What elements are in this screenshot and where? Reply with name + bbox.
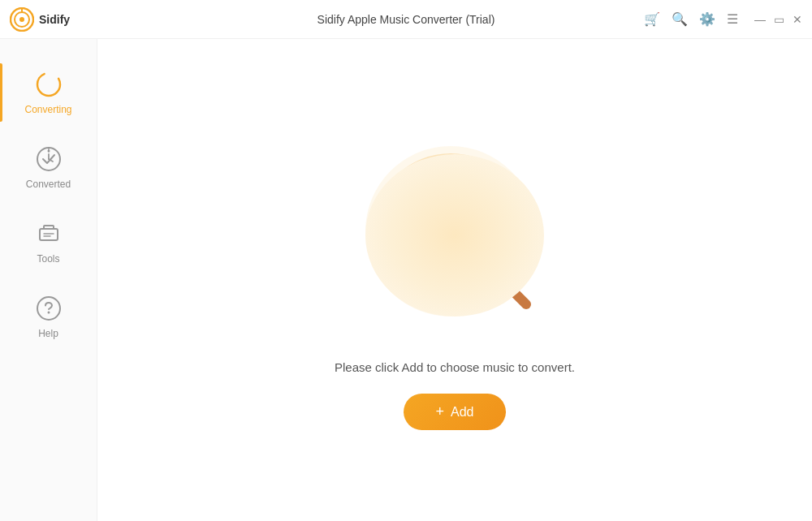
svg-rect-11 <box>44 226 54 229</box>
logo-text: Sidify <box>39 13 70 26</box>
minimize-button[interactable]: — <box>754 13 766 26</box>
sidebar-item-converting[interactable]: Converting <box>0 55 97 130</box>
help-label: Help <box>38 328 58 339</box>
glow-bg <box>365 154 544 316</box>
svg-point-4 <box>37 73 60 96</box>
prompt-text: Please click Add to choose music to conv… <box>335 360 575 374</box>
close-button[interactable]: ✕ <box>793 13 802 26</box>
sidify-logo-icon <box>10 7 34 32</box>
converting-icon <box>34 70 63 99</box>
sidebar-item-tools[interactable]: Tools <box>0 205 97 279</box>
tools-label: Tools <box>37 253 59 265</box>
cart-icon[interactable]: 🛒 <box>644 11 660 27</box>
converted-icon <box>34 144 63 174</box>
menu-icon[interactable]: ☰ <box>727 11 738 27</box>
content-area: ♪ ♩ ♪ ♫ + + + + Please click Add to choo… <box>97 39 812 521</box>
add-button[interactable]: + Add <box>404 394 507 430</box>
title-bar-controls: 🛒 🔍 ⚙️ ☰ — ▭ ✕ <box>705 11 802 27</box>
sidebar-item-help[interactable]: Help <box>0 279 97 354</box>
converted-label: Converted <box>26 179 71 190</box>
converting-label: Converting <box>24 104 71 115</box>
sidebar-item-converted[interactable]: Converted <box>0 130 97 205</box>
app-logo: Sidify <box>10 7 107 32</box>
title-bar: Sidify Sidify Apple Music Converter (Tri… <box>0 0 812 39</box>
svg-point-15 <box>47 312 50 314</box>
illustration: ♪ ♩ ♪ ♫ + + + + <box>341 130 568 341</box>
help-icon <box>34 294 63 323</box>
svg-point-2 <box>19 17 24 22</box>
window-title: Sidify Apple Music Converter (Trial) <box>107 13 705 26</box>
add-icon: + <box>436 403 445 420</box>
search-icon[interactable]: 🔍 <box>672 11 688 27</box>
maximize-button[interactable]: ▭ <box>774 13 784 26</box>
settings-icon[interactable]: ⚙️ <box>699 11 715 27</box>
window-controls: — ▭ ✕ <box>754 13 802 26</box>
tools-icon <box>34 219 63 248</box>
main-layout: Converting Converted <box>0 39 812 521</box>
add-button-label: Add <box>451 405 473 420</box>
sidebar: Converting Converted <box>0 39 97 521</box>
svg-rect-10 <box>40 229 58 240</box>
